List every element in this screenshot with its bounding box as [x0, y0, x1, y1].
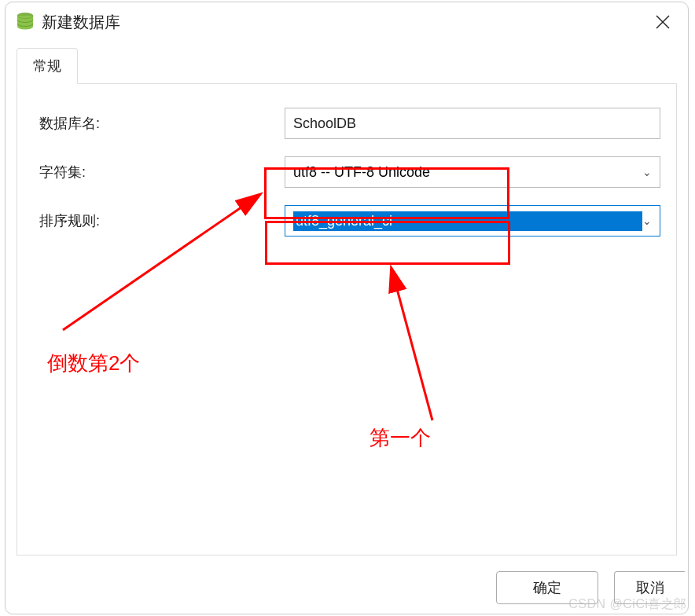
titlebar: 新建数据库 [6, 2, 688, 42]
chevron-down-icon: ⌄ [642, 214, 652, 227]
tab-bar: 常规 [17, 48, 677, 84]
row-charset: 字符集: utf8 -- UTF-8 Unicode ⌄ [33, 156, 660, 188]
input-db-name[interactable] [285, 108, 660, 139]
new-database-dialog: 新建数据库 常规 数据库名: 字符集: utf8 -- UTF-8 Unicod… [5, 2, 689, 614]
chevron-down-icon: ⌄ [642, 166, 652, 178]
watermark: CSDN @CiCi喜之郎 [568, 596, 687, 613]
dialog-title: 新建数据库 [42, 12, 649, 33]
select-charset[interactable]: utf8 -- UTF-8 Unicode ⌄ [285, 156, 660, 188]
row-db-name: 数据库名: [33, 108, 660, 139]
label-collation: 排序规则: [33, 211, 285, 230]
row-collation: 排序规则: utf8_general_ci ⌄ [33, 205, 660, 236]
database-icon [17, 13, 34, 31]
select-collation[interactable]: utf8_general_ci ⌄ [285, 205, 660, 236]
close-button[interactable] [649, 8, 677, 36]
select-collation-value: utf8_general_ci [293, 211, 642, 231]
label-db-name: 数据库名: [33, 114, 285, 133]
select-charset-value: utf8 -- UTF-8 Unicode [293, 164, 642, 181]
label-charset: 字符集: [33, 163, 285, 182]
form-area: 数据库名: 字符集: utf8 -- UTF-8 Unicode ⌄ 排序规则:… [17, 84, 676, 270]
close-icon [655, 14, 671, 30]
tab-general[interactable]: 常规 [17, 48, 78, 84]
